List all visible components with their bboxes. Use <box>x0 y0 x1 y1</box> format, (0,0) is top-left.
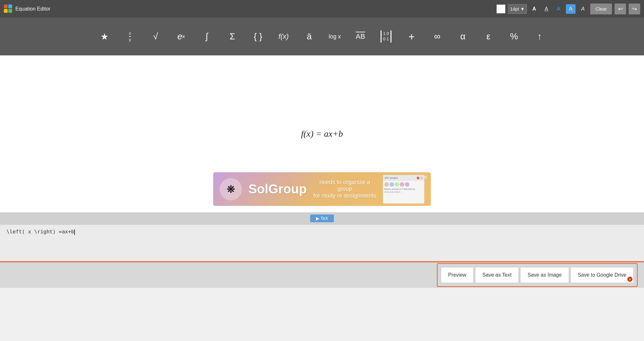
sym-favorites-button[interactable]: ★ <box>95 24 114 49</box>
ad-close-button[interactable]: ✕ <box>423 174 428 180</box>
sym-fraction-button[interactable]: x y <box>120 24 140 49</box>
office-badge: o <box>627 277 632 282</box>
top-toolbar: Equation Editor 14pt ▼ A A A A A Clear ↩… <box>0 0 644 18</box>
sym-exp-button[interactable]: ex <box>172 24 191 49</box>
sym-sum-button[interactable]: Σ <box>223 24 242 49</box>
ad-screenshot: JOY project Marie joined (17 Members) Am… <box>383 175 424 204</box>
symbol-toolbar: ★ x y √ ex ∫ Σ { } f(x) ä log x AB 1 00 … <box>0 18 644 55</box>
preview-button[interactable]: Preview <box>441 267 474 283</box>
sym-integral-button[interactable]: ∫ <box>197 24 216 49</box>
sym-infinity-button[interactable]: ∞ <box>428 24 447 49</box>
clear-button[interactable]: Clear <box>590 4 612 14</box>
sym-logarithm-button[interactable]: log x <box>325 24 344 49</box>
sym-overline-button[interactable]: AB <box>351 24 370 49</box>
app-title-label: Equation Editor <box>15 6 50 12</box>
font-bold-button[interactable]: A <box>529 4 539 14</box>
color-picker[interactable] <box>496 4 505 13</box>
action-button-group: Preview Save as Text Save as Image Save … <box>437 263 638 287</box>
tex-toggle-bar: ▶ TeX <box>0 212 644 224</box>
sym-brackets-button[interactable]: { } <box>248 24 268 49</box>
ad-tagline: needs to organize a groupfor study or as… <box>313 179 376 199</box>
app-logo: Equation Editor <box>4 4 50 13</box>
equation-canvas[interactable]: f(x) = ax+b ✕ ❋ SolGroup needs to organi… <box>0 55 644 212</box>
equation-display: f(x) = ax+b <box>301 129 343 139</box>
ad-logo-symbol: ❋ <box>227 183 235 195</box>
ad-banner: ✕ ❋ SolGroup needs to organize a groupfo… <box>213 172 431 206</box>
bottom-action-bar: Preview Save as Text Save as Image Save … <box>0 261 644 288</box>
svg-rect-3 <box>8 9 12 13</box>
redo-button[interactable]: ↪ <box>629 4 640 14</box>
sym-operators-button[interactable]: + <box>402 24 421 49</box>
sym-greek-button[interactable]: α <box>453 24 472 49</box>
svg-rect-0 <box>4 4 8 8</box>
svg-rect-1 <box>8 4 12 8</box>
font-color1-button[interactable]: A <box>554 4 563 14</box>
ad-logo: ❋ <box>220 178 242 200</box>
font-underline-button[interactable]: A <box>542 4 551 14</box>
font-color2-button[interactable]: A <box>566 4 576 14</box>
tex-toggle-button[interactable]: ▶ TeX <box>310 215 334 222</box>
font-size-dropdown[interactable]: 14pt ▼ <box>508 4 527 14</box>
font-italic-button[interactable]: A <box>578 4 588 14</box>
svg-rect-2 <box>4 9 8 13</box>
latex-text: \left( x \right) =ax+b <box>6 229 74 235</box>
sym-accent-button[interactable]: ä <box>300 24 319 49</box>
save-image-button[interactable]: Save as Image <box>520 267 569 283</box>
sym-other-button[interactable]: ε <box>479 24 498 49</box>
save-drive-button[interactable]: Save to Google Drive o <box>570 267 634 283</box>
sym-arrows-button[interactable]: ↑ <box>530 24 549 49</box>
save-text-button[interactable]: Save as Text <box>475 267 519 283</box>
ad-brand-name: SolGroup <box>248 182 307 196</box>
latex-input-area[interactable]: \left( x \right) =ax+b <box>0 224 644 261</box>
sym-matrix-button[interactable]: 1 00 1 <box>376 24 396 49</box>
undo-button[interactable]: ↩ <box>615 4 626 14</box>
app-logo-icon <box>4 4 13 13</box>
sym-function-button[interactable]: f(x) <box>274 24 293 49</box>
sym-sqrt-button[interactable]: √ <box>146 24 165 49</box>
sym-percent-button[interactable]: % <box>504 24 524 49</box>
text-cursor <box>74 229 75 235</box>
